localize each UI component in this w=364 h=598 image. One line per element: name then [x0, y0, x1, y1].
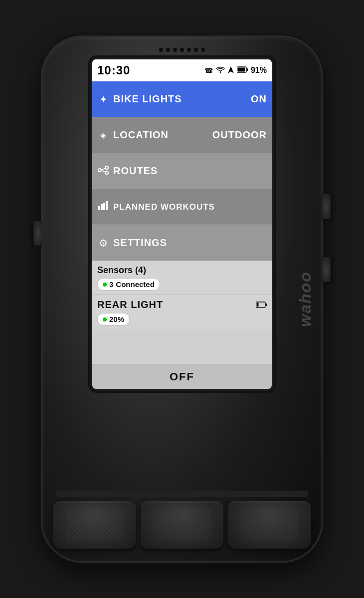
off-button[interactable]: OFF: [92, 364, 272, 389]
settings-label: SETTINGS: [113, 237, 167, 249]
svg-point-6: [105, 171, 108, 174]
battery-percent: 91%: [251, 66, 267, 75]
svg-rect-3: [237, 68, 245, 72]
connected-count: 3: [109, 280, 113, 289]
connected-label: Connected: [116, 280, 155, 289]
connected-dot: [103, 283, 107, 287]
bottom-section: [42, 491, 322, 561]
menu-item-location[interactable]: ◈ LOCATION OUTDOOR: [92, 117, 272, 153]
planned-workouts-label: PLANNED WORKOUTS: [113, 202, 215, 212]
menu-item-left: ROUTES: [97, 165, 158, 177]
svg-marker-0: [228, 66, 234, 73]
status-bar: 10:30 ☎: [92, 59, 272, 81]
grille-dot-6: [194, 48, 198, 52]
menu-item-left: ◈ LOCATION: [97, 129, 169, 141]
button-right-texture: [240, 508, 298, 542]
grille-dot-3: [173, 48, 177, 52]
status-icons: ☎: [204, 66, 267, 75]
percent-dot: [103, 317, 107, 321]
bottom-bar: [56, 491, 308, 497]
button-left-texture: [66, 508, 124, 542]
button-left[interactable]: [53, 501, 136, 549]
side-button-left[interactable]: [33, 221, 42, 246]
sensors-section: Sensors (4) 3 Connected: [92, 261, 272, 295]
location-label: LOCATION: [113, 129, 169, 141]
bike-lights-icon: ✦: [97, 93, 109, 105]
svg-line-7: [101, 168, 105, 170]
routes-label: ROUTES: [113, 165, 158, 177]
button-center-texture: [153, 508, 211, 542]
menu-item-left: ✦ BIKE LIGHTS: [97, 93, 182, 105]
grille-dot-2: [166, 48, 170, 52]
off-label: OFF: [170, 370, 194, 383]
wifi-icon: [216, 66, 225, 75]
screen: 10:30 ☎: [92, 59, 272, 389]
bike-lights-value: ON: [251, 93, 267, 105]
location-value: OUTDOOR: [212, 129, 267, 141]
svg-point-5: [105, 166, 108, 169]
button-center[interactable]: [141, 501, 223, 549]
screen-container: 10:30 ☎: [92, 59, 272, 389]
svg-point-4: [98, 169, 101, 172]
svg-rect-2: [246, 68, 248, 71]
svg-line-8: [101, 170, 105, 172]
menu-item-settings[interactable]: ⚙ SETTINGS: [92, 225, 272, 261]
side-button-right-top[interactable]: [322, 194, 331, 219]
button-right[interactable]: [228, 501, 311, 549]
percent-label: 20%: [109, 315, 124, 323]
sensors-title: Sensors (4): [97, 265, 267, 276]
percent-badge: 20%: [97, 313, 130, 325]
menu-item-routes[interactable]: ROUTES: [92, 153, 272, 189]
location-icon: ◈: [97, 130, 109, 140]
svg-rect-11: [103, 203, 105, 210]
side-button-right-bottom[interactable]: [322, 257, 331, 282]
settings-icon: ⚙: [97, 237, 109, 249]
bike-lights-label: BIKE LIGHTS: [113, 93, 182, 105]
device-body: wahoo 10:30 ☎: [42, 37, 322, 561]
rear-light-header: REAR LIGHT: [97, 299, 267, 310]
grille-dot-1: [159, 48, 163, 52]
svg-rect-12: [106, 201, 108, 210]
svg-rect-15: [257, 303, 259, 307]
grille-dot-4: [180, 48, 184, 52]
svg-rect-10: [101, 204, 103, 210]
rear-light-battery-icon: [256, 299, 267, 310]
gps-icon: [228, 66, 234, 75]
brand-label: wahoo: [296, 271, 315, 326]
battery-icon: [237, 66, 248, 74]
rear-light-title: REAR LIGHT: [97, 299, 163, 310]
rear-light-section: REAR LIGHT 20%: [92, 295, 272, 329]
svg-rect-9: [98, 206, 100, 210]
phone-icon: ☎: [204, 66, 213, 74]
top-grille: [159, 48, 205, 52]
routes-icon: [97, 166, 109, 177]
status-time: 10:30: [97, 63, 130, 77]
svg-rect-14: [266, 303, 267, 306]
menu-item-left: PLANNED WORKOUTS: [97, 201, 215, 213]
grille-dot-7: [201, 48, 205, 52]
menu-item-bike-lights[interactable]: ✦ BIKE LIGHTS ON: [92, 81, 272, 117]
menu-item-left: ⚙ SETTINGS: [97, 237, 167, 249]
workouts-icon: [97, 201, 109, 213]
device-wrapper: wahoo 10:30 ☎: [0, 0, 364, 598]
menu-item-planned-workouts[interactable]: PLANNED WORKOUTS: [92, 189, 272, 225]
connected-badge[interactable]: 3 Connected: [97, 278, 160, 291]
grille-dot-5: [187, 48, 191, 52]
bottom-buttons: [53, 501, 310, 549]
